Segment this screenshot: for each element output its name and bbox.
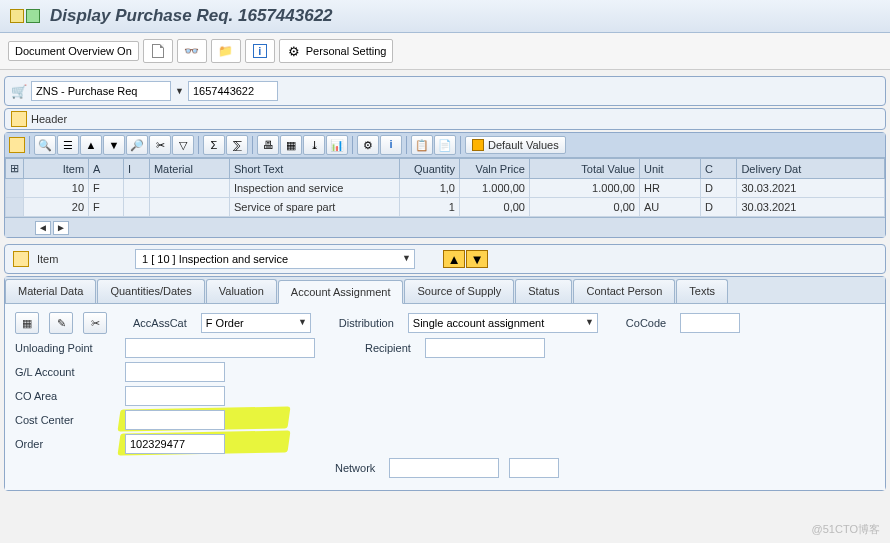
- tab-source-of-supply[interactable]: Source of Supply: [404, 279, 514, 303]
- scroll-left-button[interactable]: ◄: [35, 221, 51, 235]
- delete-icon[interactable]: ✂: [83, 312, 107, 334]
- header-label: Header: [31, 113, 67, 125]
- col-valn-price[interactable]: Valn Price: [459, 159, 529, 179]
- grid-scroll-controls: ◄ ►: [5, 217, 885, 237]
- page-icon: [150, 43, 166, 59]
- table-row[interactable]: 10 F Inspection and service 1,0 1.000,00…: [6, 179, 885, 198]
- distribution-input[interactable]: [408, 313, 598, 333]
- folder-icon: [218, 43, 234, 59]
- doc-type-select[interactable]: [31, 81, 171, 101]
- co-area-input[interactable]: [125, 386, 225, 406]
- items-grid-panel: 🔍 ☰ ▲ ▼ 🔎 ✂ ▽ Σ ⅀ 🖶 ▦ ⤓ 📊 ⚙ 📋 📄 Default …: [4, 132, 886, 238]
- grid-settings-button[interactable]: ⚙: [357, 135, 379, 155]
- grid-cut-button[interactable]: ✂: [149, 135, 171, 155]
- grid-sum-button[interactable]: Σ: [203, 135, 225, 155]
- table-row[interactable]: 20 F Service of spare part 1 0,00 0,00 A…: [6, 198, 885, 217]
- tab-status[interactable]: Status: [515, 279, 572, 303]
- accasscat-input[interactable]: [201, 313, 311, 333]
- recipient-label: Recipient: [365, 342, 411, 354]
- item-select-input[interactable]: [135, 249, 415, 269]
- cart-icon: [11, 84, 31, 99]
- item-next-button[interactable]: ▼: [466, 250, 488, 268]
- header-expander[interactable]: Header: [4, 108, 886, 130]
- unloading-point-input[interactable]: [125, 338, 315, 358]
- grid-info-button[interactable]: [380, 135, 402, 155]
- gl-account-input[interactable]: [125, 362, 225, 382]
- col-a[interactable]: A: [89, 159, 124, 179]
- order-label: Order: [15, 438, 115, 450]
- chevron-down-icon[interactable]: ▼: [175, 86, 184, 96]
- grid-graph-button[interactable]: 📊: [326, 135, 348, 155]
- col-short-text[interactable]: Short Text: [229, 159, 399, 179]
- accasscat-label: AccAssCat: [133, 317, 187, 329]
- grid-detail-button[interactable]: 🔍: [34, 135, 56, 155]
- doc-number-input[interactable]: [188, 81, 278, 101]
- document-overview-button[interactable]: Document Overview On: [8, 41, 139, 61]
- grid-expand-icon[interactable]: [9, 137, 25, 153]
- col-unit[interactable]: Unit: [639, 159, 700, 179]
- grid-sort-asc-button[interactable]: ▲: [80, 135, 102, 155]
- item-expand-icon[interactable]: [13, 251, 29, 267]
- grid-toolbar: 🔍 ☰ ▲ ▼ 🔎 ✂ ▽ Σ ⅀ 🖶 ▦ ⤓ 📊 ⚙ 📋 📄 Default …: [5, 133, 885, 158]
- gl-account-label: G/L Account: [15, 366, 115, 378]
- chevron-down-icon: ▼: [585, 317, 594, 327]
- info-icon: [252, 43, 268, 59]
- items-table: ⊞ Item A I Material Short Text Quantity …: [5, 158, 885, 217]
- col-item[interactable]: Item: [24, 159, 89, 179]
- network-activity-input[interactable]: [509, 458, 559, 478]
- personal-setting-button[interactable]: Personal Setting: [279, 39, 394, 63]
- col-config[interactable]: ⊞: [6, 159, 24, 179]
- document-selector-row: ▼: [4, 76, 886, 106]
- grid-copy-button[interactable]: 📋: [411, 135, 433, 155]
- cost-center-input[interactable]: [125, 410, 225, 430]
- help-button[interactable]: [245, 39, 275, 63]
- tab-material-data[interactable]: Material Data: [5, 279, 96, 303]
- expand-icon: [11, 111, 27, 127]
- accasscat-dropdown[interactable]: ▼: [201, 313, 311, 333]
- grid-sort-desc-button[interactable]: ▼: [103, 135, 125, 155]
- network-input[interactable]: [389, 458, 499, 478]
- order-input[interactable]: [125, 434, 225, 454]
- scroll-right-button[interactable]: ►: [53, 221, 69, 235]
- col-c[interactable]: C: [701, 159, 737, 179]
- grid-paste-button[interactable]: 📄: [434, 135, 456, 155]
- item-dropdown[interactable]: ▼: [135, 249, 415, 269]
- grid-print-button[interactable]: 🖶: [257, 135, 279, 155]
- tab-account-assignment[interactable]: Account Assignment: [278, 280, 404, 304]
- cocode-input[interactable]: [680, 313, 740, 333]
- unloading-point-label: Unloading Point: [15, 342, 115, 354]
- recipient-input[interactable]: [425, 338, 545, 358]
- distribution-label: Distribution: [339, 317, 394, 329]
- edit-icon[interactable]: ✎: [49, 312, 73, 334]
- default-values-label: Default Values: [488, 139, 559, 151]
- other-document-button[interactable]: [211, 39, 241, 63]
- chevron-down-icon: ▼: [298, 317, 307, 327]
- col-material[interactable]: Material: [149, 159, 229, 179]
- tab-contact-person[interactable]: Contact Person: [573, 279, 675, 303]
- tab-valuation[interactable]: Valuation: [206, 279, 277, 303]
- grid-export-button[interactable]: ⤓: [303, 135, 325, 155]
- distribution-dropdown[interactable]: ▼: [408, 313, 598, 333]
- item-prev-button[interactable]: ▲: [443, 250, 465, 268]
- col-delivery-date[interactable]: Delivery Dat: [737, 159, 885, 179]
- account-assignment-panel: ▦ ✎ ✂ AccAssCat ▼ Distribution ▼ CoCode …: [5, 304, 885, 490]
- col-quantity[interactable]: Quantity: [399, 159, 459, 179]
- default-values-button[interactable]: Default Values: [465, 136, 566, 154]
- table-header-row: ⊞ Item A I Material Short Text Quantity …: [6, 159, 885, 179]
- tab-quantities-dates[interactable]: Quantities/Dates: [97, 279, 204, 303]
- default-values-icon: [472, 139, 484, 151]
- grid-subtotal-button[interactable]: ⅀: [226, 135, 248, 155]
- col-total-value[interactable]: Total Value: [529, 159, 639, 179]
- create-button[interactable]: [143, 39, 173, 63]
- title-icon: [10, 9, 40, 23]
- grid-find-button[interactable]: 🔎: [126, 135, 148, 155]
- cost-center-label: Cost Center: [15, 414, 115, 426]
- display-button[interactable]: [177, 39, 207, 63]
- grid-view-button[interactable]: ▦: [280, 135, 302, 155]
- grid-filter-button[interactable]: ▽: [172, 135, 194, 155]
- layout-icon[interactable]: ▦: [15, 312, 39, 334]
- tab-texts[interactable]: Texts: [676, 279, 728, 303]
- app-toolbar: Document Overview On Personal Setting: [0, 33, 890, 70]
- col-i[interactable]: I: [124, 159, 150, 179]
- grid-layout-button[interactable]: ☰: [57, 135, 79, 155]
